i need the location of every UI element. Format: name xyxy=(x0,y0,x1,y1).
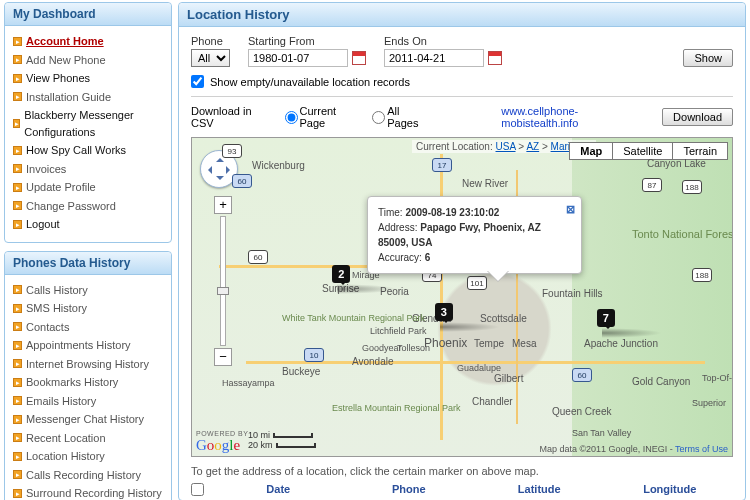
city-label: Tempe xyxy=(474,338,504,349)
history-panel: Phones Data History ▸Calls History▸SMS H… xyxy=(4,251,172,501)
download-label: Download in CSV xyxy=(191,105,277,129)
map-marker-7[interactable]: 7 xyxy=(597,309,619,335)
location-history-panel: Location History Phone All Starting From… xyxy=(178,2,746,500)
city-label: Canyon Lake xyxy=(647,158,706,169)
crumb-az[interactable]: AZ xyxy=(526,141,539,152)
nav-item-label: SMS History xyxy=(26,300,87,317)
hwy-shield: 60 xyxy=(248,250,268,264)
city-label: Top-Of-The xyxy=(702,373,733,383)
hwy-shield: 60 xyxy=(232,174,252,188)
bullet-icon: ▸ xyxy=(13,146,22,155)
download-button[interactable]: Download xyxy=(662,108,733,126)
zoom-slider[interactable] xyxy=(220,216,226,346)
history-item-6[interactable]: ▸Emails History xyxy=(13,392,163,411)
history-item-4[interactable]: ▸Internet Browsing History xyxy=(13,355,163,374)
results-table-header: Date Phone Latitude Longitude xyxy=(179,481,745,500)
dashboard-item-6[interactable]: ▸Invoices xyxy=(13,160,163,179)
history-item-10[interactable]: ▸Calls Recording History xyxy=(13,466,163,485)
bullet-icon: ▸ xyxy=(13,55,22,64)
city-label: White Tank Mountain Regional Park xyxy=(282,313,425,323)
nav-item-label: Installation Guide xyxy=(26,89,111,106)
zoom-control[interactable]: + − xyxy=(214,196,232,366)
dashboard-item-0[interactable]: ▸Account Home xyxy=(13,32,163,51)
calendar-icon[interactable] xyxy=(488,51,502,65)
phone-select[interactable]: All xyxy=(191,49,230,67)
nav-item-label: Invoices xyxy=(26,161,66,178)
map-hint: To get the address of a location, click … xyxy=(179,457,745,481)
history-item-3[interactable]: ▸Appointments History xyxy=(13,336,163,355)
bullet-icon: ▸ xyxy=(13,304,22,313)
nav-item-label: Appointments History xyxy=(26,337,131,354)
dashboard-item-7[interactable]: ▸Update Profile xyxy=(13,178,163,197)
bullet-icon: ▸ xyxy=(13,92,22,101)
to-input[interactable] xyxy=(384,49,484,67)
map-scale: 10 mi 20 km xyxy=(248,430,316,450)
nav-item-label: View Phones xyxy=(26,70,90,87)
city-label: New River xyxy=(462,178,508,189)
phone-label: Phone xyxy=(191,35,230,47)
calendar-icon[interactable] xyxy=(352,51,366,65)
dashboard-item-9[interactable]: ▸Logout xyxy=(13,215,163,234)
history-item-0[interactable]: ▸Calls History xyxy=(13,281,163,300)
show-empty-checkbox[interactable] xyxy=(191,75,204,88)
history-item-1[interactable]: ▸SMS History xyxy=(13,299,163,318)
to-label: Ends On xyxy=(384,35,502,47)
bullet-icon: ▸ xyxy=(13,341,22,350)
col-date[interactable]: Date xyxy=(215,483,342,498)
bullet-icon: ▸ xyxy=(13,220,22,229)
history-item-5[interactable]: ▸Bookmarks History xyxy=(13,373,163,392)
hwy-shield: 17 xyxy=(432,158,452,172)
bullet-icon: ▸ xyxy=(13,470,22,479)
city-label: Gilbert xyxy=(494,373,523,384)
city-label: Buckeye xyxy=(282,366,320,377)
promo-url[interactable]: www.cellphone-mobistealth.info xyxy=(501,105,654,129)
history-item-8[interactable]: ▸Recent Location xyxy=(13,429,163,448)
select-all-checkbox[interactable] xyxy=(191,483,204,496)
city-label: Fountain Hills xyxy=(542,288,603,299)
col-lat[interactable]: Latitude xyxy=(476,483,603,498)
zoom-out-button[interactable]: − xyxy=(214,348,232,366)
map-marker-3[interactable]: 3 xyxy=(435,303,457,329)
dashboard-item-4[interactable]: ▸Blackberry Messenger Configurations xyxy=(13,106,163,141)
dashboard-item-5[interactable]: ▸How Spy Call Works xyxy=(13,141,163,160)
history-item-11[interactable]: ▸Surround Recording History xyxy=(13,484,163,500)
csv-all-radio[interactable] xyxy=(372,111,385,124)
bullet-icon: ▸ xyxy=(13,359,22,368)
terms-link[interactable]: Terms of Use xyxy=(675,444,728,454)
bullet-icon: ▸ xyxy=(13,119,20,128)
close-icon[interactable]: ⊠ xyxy=(566,201,575,218)
history-item-9[interactable]: ▸Location History xyxy=(13,447,163,466)
nav-item-label: How Spy Call Works xyxy=(26,142,126,159)
nav-item-label: Internet Browsing History xyxy=(26,356,149,373)
show-button[interactable]: Show xyxy=(683,49,733,67)
city-label: Apache Junction xyxy=(584,338,658,349)
from-input[interactable] xyxy=(248,49,348,67)
csv-current-radio[interactable] xyxy=(285,111,298,124)
dashboard-item-8[interactable]: ▸Change Password xyxy=(13,197,163,216)
map-type-map[interactable]: Map xyxy=(569,142,613,160)
bullet-icon: ▸ xyxy=(13,37,22,46)
dashboard-item-3[interactable]: ▸Installation Guide xyxy=(13,88,163,107)
current-location-breadcrumb: Current Location: USA > AZ > Maricopa xyxy=(412,140,596,153)
city-label: Chandler xyxy=(472,396,513,407)
dashboard-item-1[interactable]: ▸Add New Phone xyxy=(13,51,163,70)
crumb-usa[interactable]: USA xyxy=(496,141,516,152)
history-item-7[interactable]: ▸Messenger Chat History xyxy=(13,410,163,429)
zoom-in-button[interactable]: + xyxy=(214,196,232,214)
col-phone[interactable]: Phone xyxy=(346,483,473,498)
map[interactable]: Current Location: USA > AZ > Maricopa Ma… xyxy=(191,137,733,457)
hwy-shield: 60 xyxy=(572,368,592,382)
bullet-icon: ▸ xyxy=(13,415,22,424)
from-label: Starting From xyxy=(248,35,366,47)
map-marker-2[interactable]: 2 xyxy=(332,265,354,291)
col-lon[interactable]: Longitude xyxy=(607,483,734,498)
map-info-popup: ⊠ Time: 2009-08-19 23:10:02 Address: Pap… xyxy=(367,196,582,274)
nav-item-label: Add New Phone xyxy=(26,52,106,69)
history-item-2[interactable]: ▸Contacts xyxy=(13,318,163,337)
city-label: San Tan Valley xyxy=(572,428,631,438)
dashboard-item-2[interactable]: ▸View Phones xyxy=(13,69,163,88)
hwy-shield: 101 xyxy=(467,276,487,290)
bullet-icon: ▸ xyxy=(13,433,22,442)
city-label: Litchfield Park xyxy=(370,326,427,336)
map-credits: Map data ©2011 Google, INEGI - Terms of … xyxy=(539,444,728,454)
